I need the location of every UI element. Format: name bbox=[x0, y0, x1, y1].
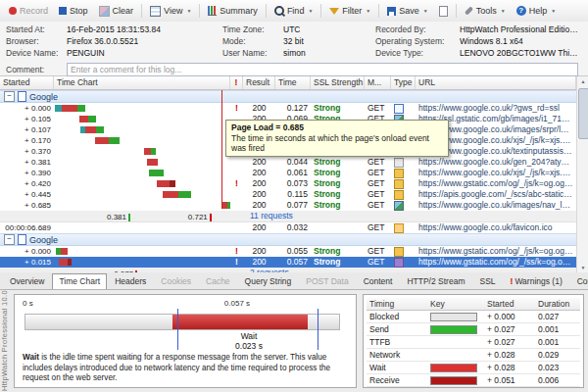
time-cell: 0.115 bbox=[275, 189, 311, 200]
column-header-url[interactable]: URL bbox=[416, 76, 576, 89]
info-field-mode: Mode:32 bit bbox=[222, 36, 369, 48]
toolbar-separator bbox=[266, 4, 267, 18]
page-group-row[interactable]: −Google bbox=[0, 90, 576, 103]
timing-duration-cell: 0.027 bbox=[535, 312, 580, 321]
type-cell bbox=[391, 103, 416, 114]
tab-content[interactable]: Content bbox=[357, 273, 400, 289]
timing-key-swatch bbox=[430, 364, 477, 372]
tab-cache[interactable]: Cache bbox=[199, 273, 237, 289]
comment-input[interactable] bbox=[67, 63, 578, 76]
find-button[interactable]: Find▼ bbox=[270, 4, 318, 18]
column-header-m[interactable]: M... bbox=[365, 76, 391, 89]
tab-time-chart[interactable]: Time Chart bbox=[52, 273, 107, 289]
clear-button[interactable]: Clear bbox=[94, 4, 139, 19]
page-button[interactable] bbox=[434, 4, 453, 19]
tab-overview[interactable]: Overview bbox=[3, 273, 51, 289]
time-chart-cell bbox=[54, 157, 230, 168]
collapse-expander-icon[interactable]: − bbox=[4, 234, 15, 245]
method-cell: GET bbox=[365, 168, 391, 178]
chevron-down-icon: ▼ bbox=[423, 8, 428, 14]
started-cell: + 0.390 bbox=[0, 168, 54, 178]
tab-comment[interactable]: Comment bbox=[570, 273, 588, 289]
tab-cookies[interactable]: Cookies bbox=[154, 273, 198, 289]
tools-button[interactable]: Tools▼ bbox=[460, 4, 511, 18]
column-header-time-chart[interactable]: Time Chart bbox=[54, 76, 230, 89]
grid-scrollbar[interactable]: ▲ ▼ bbox=[576, 76, 588, 272]
scroll-thumb[interactable] bbox=[578, 88, 588, 139]
info-field-value: simon bbox=[283, 48, 306, 60]
filter-icon bbox=[329, 8, 339, 15]
scroll-down-icon[interactable]: ▼ bbox=[577, 265, 588, 270]
request-row[interactable]: + 0.4452000.115StrongGEThttps://apis.goo… bbox=[0, 189, 576, 200]
timing-bar-area: Wait 0.023 s bbox=[23, 309, 348, 352]
started-cell: + 0.420 bbox=[0, 178, 54, 189]
type-cell bbox=[391, 246, 416, 257]
tab-warnings-1[interactable]: !Warnings (1) bbox=[504, 273, 569, 289]
help-button[interactable]: ?Help▼ bbox=[512, 4, 561, 18]
column-header-type[interactable]: Type bbox=[391, 76, 416, 89]
request-row[interactable]: 00:00:06.6892000.032GEThttps://www.googl… bbox=[0, 222, 576, 233]
request-timing-bar bbox=[147, 159, 158, 166]
collapse-expander-icon[interactable]: − bbox=[4, 91, 15, 102]
warning-cell bbox=[230, 157, 243, 168]
column-header-time[interactable]: Time bbox=[275, 76, 311, 89]
request-row[interactable]: + 0.3812000.044StrongGEThttps://www.goog… bbox=[0, 157, 576, 168]
tab-ssl[interactable]: SSL bbox=[472, 273, 502, 289]
request-row[interactable]: + 0.000!2000.127StrongGEThttps://www.goo… bbox=[0, 103, 576, 114]
wait-value: 0.023 s bbox=[179, 341, 318, 351]
timing-bar-segment bbox=[68, 259, 72, 266]
filter-button[interactable]: Filter▼ bbox=[324, 4, 375, 18]
info-field-value: LENOVO 20BGCTO1WW ThinkPad W540 Intel bbox=[460, 48, 582, 60]
timing-bar-segment bbox=[151, 148, 156, 155]
timing-bar-segment bbox=[109, 137, 120, 144]
timing-row: TTFB+ 0.0270.001 bbox=[367, 336, 580, 349]
request-row[interactable]: + 0.6852000.077StrongGEThttps://www.goog… bbox=[0, 200, 576, 211]
warning-cell bbox=[230, 189, 243, 200]
request-row[interactable]: + 0.420!2000.073StrongGEThttps://www.gst… bbox=[0, 178, 576, 189]
time-chart-cell bbox=[54, 146, 230, 157]
request-timing-bar bbox=[163, 191, 191, 198]
info-field-label: User Name: bbox=[222, 48, 283, 60]
view-button[interactable]: View▼ bbox=[145, 4, 196, 19]
request-timing-bar bbox=[59, 259, 72, 266]
method-cell: GET bbox=[365, 157, 391, 168]
column-header-ssl-strength[interactable]: SSL Strength bbox=[311, 76, 365, 89]
column-header-result[interactable]: Result bbox=[243, 76, 275, 89]
request-timing-bar bbox=[157, 180, 175, 187]
record-button[interactable]: Record bbox=[4, 4, 53, 18]
column-header-[interactable]: ! bbox=[230, 76, 243, 89]
column-header-started[interactable]: Started bbox=[0, 76, 54, 89]
time-cell: 0.061 bbox=[275, 168, 311, 178]
scroll-up-icon[interactable]: ▲ bbox=[577, 78, 588, 84]
type-cell bbox=[391, 189, 416, 200]
time-chart-cell bbox=[54, 114, 230, 124]
save-button[interactable]: Save▼ bbox=[382, 4, 432, 18]
chevron-down-icon: ▼ bbox=[186, 8, 191, 14]
tab-query-string[interactable]: Query String bbox=[238, 273, 299, 289]
find-icon bbox=[274, 6, 284, 16]
timing-duration-cell: 0.029 bbox=[535, 350, 580, 360]
timing-started-cell: + 0.051 bbox=[484, 375, 535, 385]
tooltip-body: The time in seconds at which the page's … bbox=[231, 133, 443, 153]
request-row[interactable]: + 0.015!2000.057StrongGEThttps://www.gst… bbox=[0, 257, 576, 268]
timing-key-cell bbox=[427, 376, 484, 385]
stop-button[interactable]: Stop bbox=[54, 4, 93, 18]
info-field-label: Started At: bbox=[6, 24, 67, 36]
request-row[interactable]: + 0.3902000.061StrongGEThttps://www.goog… bbox=[0, 168, 576, 178]
tab-headers[interactable]: Headers bbox=[108, 273, 153, 289]
request-row[interactable]: + 0.000!2000.055StrongGEThttps://www.gst… bbox=[0, 246, 576, 257]
js-type-icon bbox=[394, 179, 404, 189]
page-group-row[interactable]: −Google bbox=[0, 233, 576, 246]
started-cell: + 0.170 bbox=[0, 135, 54, 146]
tab-http-2-stream[interactable]: HTTP/2 Stream bbox=[400, 273, 471, 289]
summary-button[interactable]: Summary bbox=[203, 4, 263, 18]
page-load-marker-line bbox=[221, 90, 222, 209]
started-cell: + 0.107 bbox=[0, 124, 54, 135]
started-cell: + 0.685 bbox=[0, 200, 54, 211]
method-cell: GET bbox=[365, 246, 391, 257]
timing-bar-segment bbox=[88, 116, 96, 122]
timing-bar-segment bbox=[61, 248, 68, 255]
timing-row: Send+ 0.0270.001 bbox=[367, 323, 580, 336]
summary-time-mark: 0.721 bbox=[188, 212, 212, 221]
tab-post-data[interactable]: POST Data bbox=[299, 273, 355, 289]
